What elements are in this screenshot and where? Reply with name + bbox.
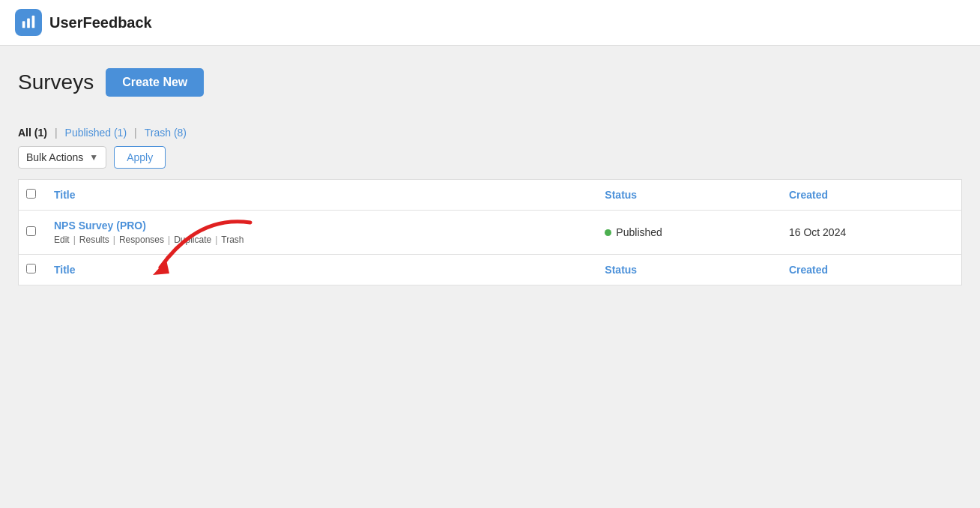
col-status-footer[interactable]: Status — [594, 255, 778, 285]
table-header-row: Title Status Created — [19, 180, 962, 211]
row-checkbox[interactable] — [26, 226, 36, 236]
main-content: Surveys Create New All (1) | Published (… — [0, 46, 980, 507]
filter-trash[interactable]: Trash (8) — [145, 127, 187, 139]
action-separator: | — [168, 235, 170, 245]
action-separator: | — [113, 235, 115, 245]
survey-title-link[interactable]: NPS Survey (PRO) — [54, 220, 584, 232]
filter-row: All (1) | Published (1) | Trash (8) — [18, 127, 962, 139]
action-separator: | — [215, 235, 217, 245]
table-wrapper: Title Status Created NPS Survey (PRO)Edi… — [18, 179, 962, 285]
logo-text: UserFeedback — [49, 14, 152, 31]
status-text: Published — [616, 226, 662, 238]
row-created-cell: 16 Oct 2024 — [778, 211, 962, 255]
select-all-checkbox[interactable] — [26, 189, 36, 199]
filter-published[interactable]: Published (1) — [65, 127, 127, 139]
page-title-row: Surveys Create New — [18, 68, 962, 97]
bulk-actions-dropdown[interactable]: Bulk Actions ▼ — [18, 146, 106, 169]
row-checkbox-cell — [19, 211, 44, 255]
surveys-table: Title Status Created NPS Survey (PRO)Edi… — [18, 179, 962, 285]
chevron-down-icon: ▼ — [89, 152, 98, 163]
col-title-header[interactable]: Title — [43, 180, 594, 211]
header: UserFeedback — [0, 0, 980, 46]
table-row: NPS Survey (PRO)Edit | Results | Respons… — [19, 211, 962, 255]
filter-sep-1: | — [55, 127, 58, 139]
col-status-header[interactable]: Status — [594, 180, 778, 211]
apply-button[interactable]: Apply — [114, 146, 166, 169]
filter-all[interactable]: All (1) — [18, 127, 47, 139]
action-separator: | — [73, 235, 76, 245]
row-action-responses[interactable]: Responses — [119, 235, 164, 245]
header-checkbox-cell — [19, 180, 44, 211]
create-new-button[interactable]: Create New — [106, 68, 204, 97]
status-badge: Published — [605, 226, 768, 238]
page-title: Surveys — [18, 70, 94, 94]
row-title-cell: NPS Survey (PRO)Edit | Results | Respons… — [43, 211, 594, 255]
col-title-footer[interactable]: Title — [43, 255, 594, 285]
svg-rect-2 — [32, 16, 35, 28]
row-action-trash[interactable]: Trash — [221, 235, 244, 245]
filter-sep-2: | — [134, 127, 137, 139]
col-created-header[interactable]: Created — [778, 180, 962, 211]
svg-rect-0 — [22, 21, 25, 28]
row-actions: Edit | Results | Responses | Duplicate |… — [54, 235, 584, 245]
row-action-results[interactable]: Results — [79, 235, 109, 245]
bulk-actions-row: Bulk Actions ▼ Apply — [18, 146, 962, 169]
row-action-duplicate[interactable]: Duplicate — [174, 235, 211, 245]
logo-icon — [15, 9, 42, 36]
col-created-footer[interactable]: Created — [778, 255, 962, 285]
row-action-edit[interactable]: Edit — [54, 235, 70, 245]
table-footer-row: Title Status Created — [19, 255, 962, 285]
svg-rect-1 — [27, 19, 30, 28]
row-status-cell: Published — [594, 211, 778, 255]
status-dot — [605, 229, 611, 236]
footer-select-all-checkbox[interactable] — [26, 264, 36, 273]
footer-checkbox-cell — [19, 255, 44, 285]
